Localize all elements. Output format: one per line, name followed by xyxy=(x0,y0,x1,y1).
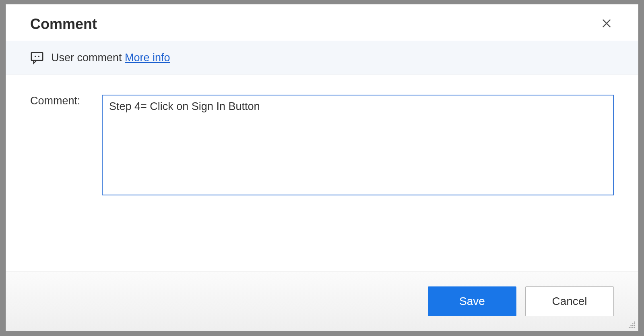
user-comment-label: User comment xyxy=(51,52,122,64)
more-info-link[interactable]: More info xyxy=(125,52,170,64)
svg-point-10 xyxy=(630,327,632,328)
svg-point-5 xyxy=(634,323,635,324)
dialog-footer: Save Cancel xyxy=(6,272,638,331)
comment-dialog: Comment User comment More info Comment: … xyxy=(6,4,638,331)
svg-point-12 xyxy=(634,327,635,328)
resize-grip[interactable] xyxy=(627,320,636,329)
svg-point-4 xyxy=(632,323,634,324)
svg-point-1 xyxy=(35,56,36,57)
save-button[interactable]: Save xyxy=(428,286,516,316)
close-button[interactable] xyxy=(599,16,614,33)
svg-rect-0 xyxy=(31,52,43,60)
svg-point-3 xyxy=(634,321,635,323)
info-text: User comment More info xyxy=(51,52,170,64)
svg-point-7 xyxy=(632,325,634,326)
svg-point-2 xyxy=(38,56,39,57)
svg-point-11 xyxy=(632,327,634,328)
close-icon xyxy=(601,17,612,32)
comment-label: Comment: xyxy=(30,95,91,107)
info-bar: User comment More info xyxy=(6,41,638,75)
dialog-body: Comment: xyxy=(6,75,638,272)
comment-textarea[interactable] xyxy=(102,95,614,195)
svg-point-8 xyxy=(634,325,635,326)
svg-point-9 xyxy=(629,327,630,328)
comment-icon xyxy=(30,51,44,64)
cancel-button[interactable]: Cancel xyxy=(525,286,614,316)
svg-point-6 xyxy=(630,325,632,326)
dialog-title: Comment xyxy=(30,16,97,33)
dialog-header: Comment xyxy=(6,4,638,41)
